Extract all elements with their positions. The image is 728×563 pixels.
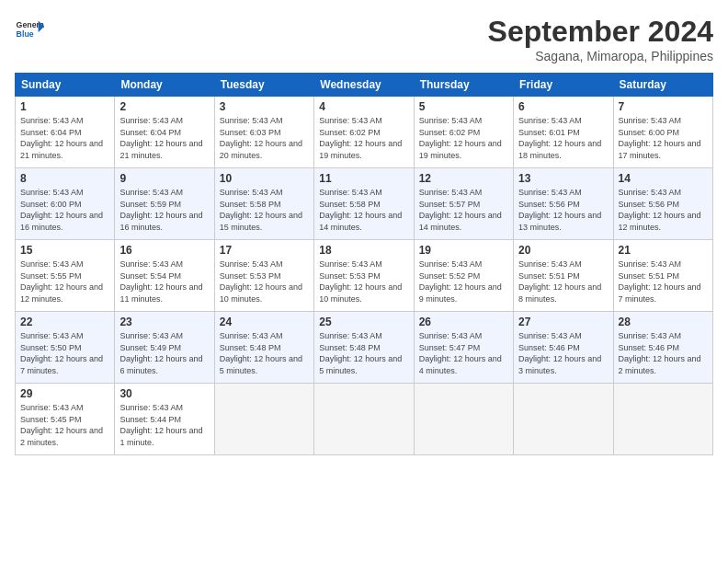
day-info: Sunrise: 5:43 AMSunset: 5:58 PMDaylight:… — [220, 187, 309, 233]
day-info: Sunrise: 5:43 AMSunset: 5:51 PMDaylight:… — [518, 259, 608, 304]
calendar-cell: 30Sunrise: 5:43 AMSunset: 5:44 PMDayligh… — [115, 384, 214, 455]
calendar-cell: 8Sunrise: 5:43 AMSunset: 6:00 PMDaylight… — [16, 168, 115, 240]
day-number: 5 — [419, 100, 508, 113]
calendar-cell: 15Sunrise: 5:43 AMSunset: 5:55 PMDayligh… — [16, 240, 115, 312]
location-subtitle: Sagana, Mimaropa, Philippines — [488, 49, 713, 63]
day-number: 4 — [319, 100, 408, 113]
day-number: 12 — [419, 172, 508, 185]
calendar-cell: 18Sunrise: 5:43 AMSunset: 5:53 PMDayligh… — [314, 240, 414, 312]
day-info: Sunrise: 5:43 AMSunset: 5:57 PMDaylight:… — [419, 187, 508, 233]
day-info: Sunrise: 5:43 AMSunset: 5:48 PMDaylight:… — [220, 330, 309, 376]
col-header-monday: Monday — [115, 74, 214, 97]
calendar-cell: 23Sunrise: 5:43 AMSunset: 5:49 PMDayligh… — [115, 312, 214, 384]
day-number: 9 — [119, 172, 209, 185]
calendar-week-3: 15Sunrise: 5:43 AMSunset: 5:55 PMDayligh… — [16, 240, 713, 312]
day-info: Sunrise: 5:43 AMSunset: 6:00 PMDaylight:… — [619, 115, 708, 161]
day-info: Sunrise: 5:43 AMSunset: 5:49 PMDaylight:… — [119, 330, 209, 376]
day-info: Sunrise: 5:43 AMSunset: 5:47 PMDaylight:… — [419, 330, 508, 376]
calendar-cell: 12Sunrise: 5:43 AMSunset: 5:57 PMDayligh… — [414, 168, 513, 240]
col-header-tuesday: Tuesday — [214, 74, 313, 97]
day-info: Sunrise: 5:43 AMSunset: 6:02 PMDaylight:… — [319, 115, 408, 161]
day-info: Sunrise: 5:43 AMSunset: 5:48 PMDaylight:… — [319, 330, 408, 376]
calendar-cell: 7Sunrise: 5:43 AMSunset: 6:00 PMDaylight… — [613, 97, 712, 168]
day-info: Sunrise: 5:43 AMSunset: 5:50 PMDaylight:… — [20, 330, 109, 376]
calendar-cell — [214, 384, 313, 455]
day-info: Sunrise: 5:43 AMSunset: 5:55 PMDaylight:… — [20, 259, 109, 304]
day-number: 26 — [419, 316, 508, 328]
day-info: Sunrise: 5:43 AMSunset: 5:53 PMDaylight:… — [319, 259, 408, 304]
calendar-cell: 19Sunrise: 5:43 AMSunset: 5:52 PMDayligh… — [414, 240, 513, 312]
day-info: Sunrise: 5:43 AMSunset: 5:51 PMDaylight:… — [619, 259, 708, 304]
day-number: 21 — [619, 244, 708, 257]
calendar-cell: 20Sunrise: 5:43 AMSunset: 5:51 PMDayligh… — [514, 240, 613, 312]
day-number: 1 — [20, 100, 109, 113]
calendar-cell: 3Sunrise: 5:43 AMSunset: 6:03 PMDaylight… — [214, 97, 313, 168]
col-header-saturday: Saturday — [613, 74, 712, 97]
day-info: Sunrise: 5:43 AMSunset: 5:56 PMDaylight:… — [619, 187, 708, 233]
day-info: Sunrise: 5:43 AMSunset: 5:46 PMDaylight:… — [518, 330, 608, 376]
col-header-sunday: Sunday — [16, 74, 115, 97]
calendar-cell — [414, 384, 513, 455]
calendar-week-2: 8Sunrise: 5:43 AMSunset: 6:00 PMDaylight… — [16, 168, 713, 240]
day-info: Sunrise: 5:43 AMSunset: 5:56 PMDaylight:… — [518, 187, 608, 233]
day-number: 11 — [319, 172, 408, 185]
calendar-week-1: 1Sunrise: 5:43 AMSunset: 6:04 PMDaylight… — [16, 97, 713, 168]
day-number: 8 — [20, 172, 109, 185]
calendar-week-4: 22Sunrise: 5:43 AMSunset: 5:50 PMDayligh… — [16, 312, 713, 384]
svg-text:Blue: Blue — [17, 29, 34, 39]
day-number: 27 — [518, 316, 608, 328]
title-block: September 2024 Sagana, Mimaropa, Philipp… — [488, 15, 713, 63]
calendar-cell: 21Sunrise: 5:43 AMSunset: 5:51 PMDayligh… — [613, 240, 712, 312]
day-info: Sunrise: 5:43 AMSunset: 6:04 PMDaylight:… — [119, 115, 209, 161]
day-info: Sunrise: 5:43 AMSunset: 5:52 PMDaylight:… — [419, 259, 508, 304]
col-header-friday: Friday — [514, 74, 613, 97]
calendar-cell: 16Sunrise: 5:43 AMSunset: 5:54 PMDayligh… — [115, 240, 214, 312]
month-title: September 2024 — [488, 15, 713, 49]
day-info: Sunrise: 5:43 AMSunset: 5:58 PMDaylight:… — [319, 187, 408, 233]
calendar-cell: 5Sunrise: 5:43 AMSunset: 6:02 PMDaylight… — [414, 97, 513, 168]
calendar-cell: 1Sunrise: 5:43 AMSunset: 6:04 PMDaylight… — [16, 97, 115, 168]
calendar-week-5: 29Sunrise: 5:43 AMSunset: 5:45 PMDayligh… — [16, 384, 713, 455]
day-number: 18 — [319, 244, 408, 257]
day-number: 3 — [220, 100, 309, 113]
calendar-cell: 28Sunrise: 5:43 AMSunset: 5:46 PMDayligh… — [613, 312, 712, 384]
day-info: Sunrise: 5:43 AMSunset: 6:00 PMDaylight:… — [20, 187, 109, 233]
calendar-table: SundayMondayTuesdayWednesdayThursdayFrid… — [15, 73, 713, 455]
day-number: 30 — [119, 387, 209, 400]
day-info: Sunrise: 5:43 AMSunset: 6:04 PMDaylight:… — [20, 115, 109, 161]
calendar-cell — [514, 384, 613, 455]
day-info: Sunrise: 5:43 AMSunset: 5:46 PMDaylight:… — [619, 330, 708, 376]
day-number: 14 — [619, 172, 708, 185]
day-number: 20 — [518, 244, 608, 257]
logo-icon: General Blue — [15, 15, 44, 44]
day-number: 29 — [20, 387, 109, 400]
calendar-cell: 26Sunrise: 5:43 AMSunset: 5:47 PMDayligh… — [414, 312, 513, 384]
calendar-cell: 4Sunrise: 5:43 AMSunset: 6:02 PMDaylight… — [314, 97, 414, 168]
calendar-cell — [613, 384, 712, 455]
calendar-cell: 14Sunrise: 5:43 AMSunset: 5:56 PMDayligh… — [613, 168, 712, 240]
calendar-cell: 6Sunrise: 5:43 AMSunset: 6:01 PMDaylight… — [514, 97, 613, 168]
day-number: 24 — [220, 316, 309, 328]
day-number: 13 — [518, 172, 608, 185]
day-number: 6 — [518, 100, 608, 113]
day-info: Sunrise: 5:43 AMSunset: 5:59 PMDaylight:… — [119, 187, 209, 233]
day-info: Sunrise: 5:43 AMSunset: 5:45 PMDaylight:… — [20, 402, 109, 448]
calendar-cell: 27Sunrise: 5:43 AMSunset: 5:46 PMDayligh… — [514, 312, 613, 384]
calendar-cell: 24Sunrise: 5:43 AMSunset: 5:48 PMDayligh… — [214, 312, 313, 384]
calendar-cell: 22Sunrise: 5:43 AMSunset: 5:50 PMDayligh… — [16, 312, 115, 384]
day-number: 17 — [220, 244, 309, 257]
day-number: 10 — [220, 172, 309, 185]
col-header-thursday: Thursday — [414, 74, 513, 97]
day-number: 28 — [619, 316, 708, 328]
page-header: General Blue September 2024 Sagana, Mima… — [15, 15, 713, 63]
calendar-cell: 10Sunrise: 5:43 AMSunset: 5:58 PMDayligh… — [214, 168, 313, 240]
col-header-wednesday: Wednesday — [314, 74, 414, 97]
day-number: 19 — [419, 244, 508, 257]
day-number: 7 — [619, 100, 708, 113]
day-info: Sunrise: 5:43 AMSunset: 5:54 PMDaylight:… — [119, 259, 209, 304]
day-info: Sunrise: 5:43 AMSunset: 5:53 PMDaylight:… — [220, 259, 309, 304]
day-number: 15 — [20, 244, 109, 257]
day-number: 16 — [119, 244, 209, 257]
calendar-cell: 17Sunrise: 5:43 AMSunset: 5:53 PMDayligh… — [214, 240, 313, 312]
day-info: Sunrise: 5:43 AMSunset: 5:44 PMDaylight:… — [119, 402, 209, 448]
